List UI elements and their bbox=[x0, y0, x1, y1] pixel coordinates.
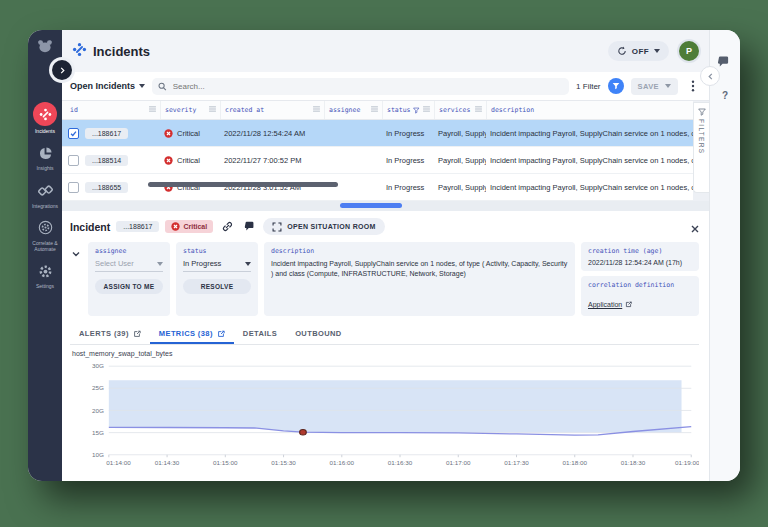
rail-collapse-button[interactable] bbox=[700, 66, 720, 86]
column-menu-icon[interactable] bbox=[149, 106, 156, 114]
column-header-severity[interactable]: severity bbox=[160, 101, 220, 119]
svg-text:01:18:30: 01:18:30 bbox=[621, 461, 646, 466]
row-checkbox[interactable] bbox=[68, 155, 79, 166]
row-checkbox[interactable] bbox=[68, 128, 79, 139]
tab-alerts[interactable]: ALERTS (39) bbox=[70, 324, 150, 344]
svg-text:01:17:00: 01:17:00 bbox=[446, 461, 471, 466]
assignee-card: assignee Select User ASSIGN TO ME bbox=[88, 242, 170, 316]
comments-button[interactable] bbox=[241, 219, 257, 235]
services-value: Payroll, SupplyChain bbox=[434, 129, 486, 138]
sidebar-nav: Incidents Insights Integrations Correlat… bbox=[28, 102, 62, 290]
tab-metrics[interactable]: METRICS (38) bbox=[150, 324, 234, 344]
assign-to-me-button[interactable]: ASSIGN TO ME bbox=[95, 279, 163, 294]
external-link-icon bbox=[625, 301, 632, 308]
more-options-button[interactable] bbox=[685, 78, 701, 94]
toolbar: Open Incidents 1 Filter SAVE bbox=[62, 72, 709, 101]
status-value: In Progress bbox=[382, 183, 434, 192]
sidebar-expand-button[interactable] bbox=[52, 60, 72, 80]
incident-id-chip: ...188514 bbox=[85, 155, 128, 166]
sidebar-item-integrations[interactable]: Integrations bbox=[28, 181, 62, 209]
close-detail-button[interactable] bbox=[691, 219, 699, 237]
description-card: description Incident impacting Payroll, … bbox=[264, 242, 575, 316]
sidebar-item-insights[interactable]: Insights bbox=[28, 143, 62, 171]
open-situation-room-button[interactable]: OPEN SITUATION ROOM bbox=[263, 218, 384, 235]
tab-details[interactable]: DETAILS bbox=[234, 324, 286, 344]
copy-link-button[interactable] bbox=[219, 219, 235, 235]
sidebar-item-correlate-automate[interactable]: Correlate & Automate bbox=[28, 218, 62, 253]
severity-badge-label: Critical bbox=[183, 223, 207, 230]
sidebar-item-settings[interactable]: Settings bbox=[28, 261, 62, 289]
column-header-assignee[interactable]: assignee bbox=[324, 101, 382, 119]
chevron-down-icon bbox=[157, 262, 163, 266]
save-button[interactable]: SAVE bbox=[631, 78, 678, 95]
table-row[interactable]: ...188617 Critical 2022/11/28 12:54:24 A… bbox=[62, 120, 693, 147]
check-icon bbox=[70, 130, 77, 137]
table-row[interactable]: ...188514 Critical 2022/11/27 7:00:52 PM… bbox=[62, 147, 693, 174]
metric-chart[interactable]: 30G25G20G15G10G01:14:0001:14:3001:15:000… bbox=[70, 358, 699, 481]
column-menu-icon[interactable] bbox=[313, 106, 320, 114]
incidents-logo-icon bbox=[72, 42, 87, 61]
correlate-automate-icon bbox=[35, 218, 55, 238]
status-select[interactable]: In Progress bbox=[183, 259, 251, 272]
page-title: Incidents bbox=[93, 44, 150, 59]
detail-tabs: ALERTS (39) METRICS (38) DETAILS OUTBOUN… bbox=[70, 324, 699, 345]
resolve-button[interactable]: RESOLVE bbox=[183, 279, 251, 294]
column-header-created-at[interactable]: created at bbox=[220, 101, 324, 119]
incident-id-chip: ...188617 bbox=[116, 221, 159, 232]
row-checkbox[interactable] bbox=[68, 182, 79, 193]
correlation-definition-link[interactable]: Application bbox=[588, 301, 632, 308]
column-menu-icon[interactable] bbox=[209, 106, 216, 114]
search-icon bbox=[158, 82, 167, 91]
creation-time-value: 2022/11/28 12:54:24 AM (17h) bbox=[588, 259, 692, 266]
filters-side-tab[interactable]: FILTERS bbox=[693, 102, 709, 193]
svg-text:01:16:00: 01:16:00 bbox=[330, 461, 355, 466]
svg-text:01:17:30: 01:17:30 bbox=[504, 461, 529, 466]
horizontal-scrollbar[interactable] bbox=[148, 182, 338, 187]
status-value: In Progress bbox=[382, 156, 434, 165]
column-menu-icon[interactable] bbox=[423, 106, 430, 114]
integrations-icon bbox=[35, 181, 55, 201]
column-header-services[interactable]: services bbox=[434, 101, 486, 119]
environment-toggle[interactable]: OFF bbox=[608, 41, 669, 61]
table-row[interactable]: ...188655 Critical 2022/11/28 3:01:52 AM… bbox=[62, 174, 693, 201]
metric-title: host_memory_swap_total_bytes bbox=[70, 345, 699, 358]
created-at-value: 2022/11/27 7:00:52 PM bbox=[220, 156, 324, 165]
incident-detail-panel: Incident ...188617 Critical OPEN SITUATI… bbox=[62, 211, 709, 481]
column-header-id[interactable]: id bbox=[62, 101, 160, 119]
incident-id-chip: ...188655 bbox=[85, 182, 128, 193]
column-menu-icon[interactable] bbox=[371, 106, 378, 114]
resize-handle[interactable] bbox=[340, 203, 402, 208]
column-header-description[interactable]: description bbox=[486, 101, 693, 119]
detail-cards: assignee Select User ASSIGN TO ME status… bbox=[70, 242, 699, 316]
assignee-select[interactable]: Select User bbox=[95, 259, 163, 272]
tab-outbound[interactable]: OUTBOUND bbox=[286, 324, 351, 344]
help-button[interactable]: ? bbox=[710, 90, 740, 101]
critical-icon bbox=[164, 156, 173, 165]
sidebar-item-label: Incidents bbox=[29, 128, 61, 134]
external-link-icon bbox=[133, 330, 141, 338]
avatar[interactable]: P bbox=[679, 41, 699, 61]
filter-button[interactable] bbox=[608, 78, 624, 94]
view-selector[interactable]: Open Incidents bbox=[70, 81, 145, 91]
kebab-icon bbox=[691, 80, 695, 92]
search-input[interactable] bbox=[171, 81, 563, 92]
insights-icon bbox=[35, 143, 55, 163]
table-header: id severity created at assignee status s… bbox=[62, 101, 693, 120]
column-menu-icon[interactable] bbox=[475, 106, 482, 114]
sidebar-item-label: Settings bbox=[29, 283, 61, 289]
description-value: Incident impacting Payroll, SupplyChain … bbox=[486, 183, 693, 192]
filters-tab-label: FILTERS bbox=[698, 119, 705, 154]
environment-label: OFF bbox=[632, 47, 649, 56]
chevron-down-icon bbox=[72, 250, 80, 258]
svg-text:25G: 25G bbox=[92, 386, 104, 391]
sidebar-item-incidents[interactable]: Incidents bbox=[28, 102, 62, 134]
app-header: Incidents OFF P bbox=[62, 30, 709, 72]
svg-text:20G: 20G bbox=[92, 408, 104, 413]
column-header-status[interactable]: status bbox=[382, 101, 434, 119]
view-selector-label: Open Incidents bbox=[70, 81, 135, 91]
save-button-label: SAVE bbox=[638, 82, 659, 91]
chevron-left-icon bbox=[707, 73, 714, 80]
main-content: Incidents OFF P Open Incidents 1 Filter bbox=[62, 30, 709, 481]
collapse-detail-button[interactable] bbox=[72, 244, 80, 316]
chat-button[interactable] bbox=[717, 54, 730, 72]
